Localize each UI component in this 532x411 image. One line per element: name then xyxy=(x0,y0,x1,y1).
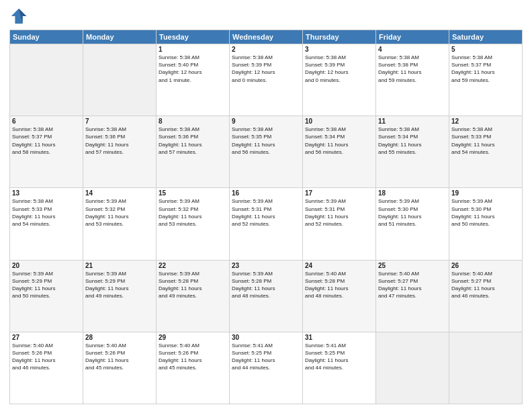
day-number: 6 xyxy=(12,118,81,125)
column-header-sunday: Sunday xyxy=(10,30,83,44)
day-info: Sunrise: 5:38 AM Sunset: 5:34 PM Dayligh… xyxy=(378,126,447,156)
calendar-cell: 19Sunrise: 5:39 AM Sunset: 5:30 PM Dayli… xyxy=(449,188,523,260)
calendar-cell xyxy=(376,332,449,404)
calendar-cell xyxy=(449,332,523,404)
day-number: 18 xyxy=(378,189,447,197)
calendar-week-row: 1Sunrise: 5:38 AM Sunset: 5:40 PM Daylig… xyxy=(10,44,523,116)
calendar-cell: 25Sunrise: 5:40 AM Sunset: 5:27 PM Dayli… xyxy=(376,260,449,332)
day-number: 11 xyxy=(378,118,447,125)
calendar-cell: 27Sunrise: 5:40 AM Sunset: 5:26 PM Dayli… xyxy=(10,332,83,404)
day-number: 17 xyxy=(305,189,373,197)
day-info: Sunrise: 5:41 AM Sunset: 5:25 PM Dayligh… xyxy=(305,342,373,372)
calendar-week-row: 13Sunrise: 5:38 AM Sunset: 5:33 PM Dayli… xyxy=(10,188,523,260)
day-info: Sunrise: 5:38 AM Sunset: 5:37 PM Dayligh… xyxy=(12,126,81,156)
day-number: 31 xyxy=(305,334,373,341)
day-info: Sunrise: 5:39 AM Sunset: 5:31 PM Dayligh… xyxy=(232,197,300,228)
day-number: 24 xyxy=(305,262,373,269)
day-info: Sunrise: 5:38 AM Sunset: 5:35 PM Dayligh… xyxy=(232,126,300,156)
calendar-cell: 2Sunrise: 5:38 AM Sunset: 5:39 PM Daylig… xyxy=(230,44,303,116)
calendar-cell: 10Sunrise: 5:38 AM Sunset: 5:34 PM Dayli… xyxy=(303,116,376,188)
day-info: Sunrise: 5:39 AM Sunset: 5:29 PM Dayligh… xyxy=(85,270,154,300)
calendar-week-row: 27Sunrise: 5:40 AM Sunset: 5:26 PM Dayli… xyxy=(10,332,523,404)
day-number: 30 xyxy=(232,334,300,341)
column-header-friday: Friday xyxy=(376,30,449,44)
day-number: 14 xyxy=(85,189,154,197)
day-info: Sunrise: 5:38 AM Sunset: 5:39 PM Dayligh… xyxy=(232,54,300,84)
calendar-cell: 24Sunrise: 5:40 AM Sunset: 5:28 PM Dayli… xyxy=(303,260,376,332)
calendar-cell: 8Sunrise: 5:38 AM Sunset: 5:36 PM Daylig… xyxy=(157,116,230,188)
column-header-tuesday: Tuesday xyxy=(157,30,230,44)
day-number: 22 xyxy=(159,262,227,269)
column-header-monday: Monday xyxy=(83,30,157,44)
calendar-cell: 29Sunrise: 5:40 AM Sunset: 5:26 PM Dayli… xyxy=(157,332,230,404)
page: SundayMondayTuesdayWednesdayThursdayFrid… xyxy=(0,0,532,411)
day-info: Sunrise: 5:38 AM Sunset: 5:36 PM Dayligh… xyxy=(159,126,227,156)
column-header-thursday: Thursday xyxy=(303,30,376,44)
day-info: Sunrise: 5:40 AM Sunset: 5:26 PM Dayligh… xyxy=(159,342,227,372)
day-info: Sunrise: 5:39 AM Sunset: 5:30 PM Dayligh… xyxy=(451,197,520,228)
day-info: Sunrise: 5:40 AM Sunset: 5:27 PM Dayligh… xyxy=(451,270,520,300)
day-info: Sunrise: 5:39 AM Sunset: 5:28 PM Dayligh… xyxy=(232,270,300,300)
day-number: 9 xyxy=(232,118,300,125)
day-number: 27 xyxy=(12,334,81,341)
calendar-cell: 21Sunrise: 5:39 AM Sunset: 5:29 PM Dayli… xyxy=(83,260,157,332)
calendar-cell: 20Sunrise: 5:39 AM Sunset: 5:29 PM Dayli… xyxy=(10,260,83,332)
calendar-cell: 23Sunrise: 5:39 AM Sunset: 5:28 PM Dayli… xyxy=(230,260,303,332)
column-header-saturday: Saturday xyxy=(449,30,523,44)
calendar-cell: 26Sunrise: 5:40 AM Sunset: 5:27 PM Dayli… xyxy=(449,260,523,332)
calendar-cell: 11Sunrise: 5:38 AM Sunset: 5:34 PM Dayli… xyxy=(376,116,449,188)
day-number: 13 xyxy=(12,189,81,197)
day-number: 20 xyxy=(12,262,81,269)
day-info: Sunrise: 5:40 AM Sunset: 5:28 PM Dayligh… xyxy=(305,270,373,300)
day-number: 8 xyxy=(159,118,227,125)
calendar-cell: 13Sunrise: 5:38 AM Sunset: 5:33 PM Dayli… xyxy=(10,188,83,260)
calendar-cell: 5Sunrise: 5:38 AM Sunset: 5:37 PM Daylig… xyxy=(449,44,523,116)
logo-icon xyxy=(9,7,28,26)
day-info: Sunrise: 5:39 AM Sunset: 5:31 PM Dayligh… xyxy=(305,197,373,228)
day-info: Sunrise: 5:38 AM Sunset: 5:39 PM Dayligh… xyxy=(305,54,373,84)
day-info: Sunrise: 5:39 AM Sunset: 5:29 PM Dayligh… xyxy=(12,270,81,300)
day-number: 23 xyxy=(232,262,300,269)
calendar-cell: 4Sunrise: 5:38 AM Sunset: 5:38 PM Daylig… xyxy=(376,44,449,116)
day-info: Sunrise: 5:38 AM Sunset: 5:38 PM Dayligh… xyxy=(378,54,447,84)
day-number: 28 xyxy=(85,334,154,341)
day-number: 4 xyxy=(378,46,447,53)
day-info: Sunrise: 5:38 AM Sunset: 5:34 PM Dayligh… xyxy=(305,126,373,156)
day-number: 16 xyxy=(232,189,300,197)
calendar-header-row: SundayMondayTuesdayWednesdayThursdayFrid… xyxy=(10,30,523,44)
day-number: 3 xyxy=(305,46,373,53)
calendar-cell: 12Sunrise: 5:38 AM Sunset: 5:33 PM Dayli… xyxy=(449,116,523,188)
day-number: 19 xyxy=(451,189,520,197)
calendar-cell: 28Sunrise: 5:40 AM Sunset: 5:26 PM Dayli… xyxy=(83,332,157,404)
day-info: Sunrise: 5:38 AM Sunset: 5:33 PM Dayligh… xyxy=(12,197,81,228)
calendar-cell: 3Sunrise: 5:38 AM Sunset: 5:39 PM Daylig… xyxy=(303,44,376,116)
calendar-table: SundayMondayTuesdayWednesdayThursdayFrid… xyxy=(9,30,523,404)
calendar-cell: 16Sunrise: 5:39 AM Sunset: 5:31 PM Dayli… xyxy=(230,188,303,260)
calendar-cell xyxy=(10,44,83,116)
day-info: Sunrise: 5:38 AM Sunset: 5:33 PM Dayligh… xyxy=(451,126,520,156)
day-info: Sunrise: 5:40 AM Sunset: 5:26 PM Dayligh… xyxy=(12,342,81,372)
day-number: 29 xyxy=(159,334,227,341)
day-info: Sunrise: 5:40 AM Sunset: 5:27 PM Dayligh… xyxy=(378,270,447,300)
column-header-wednesday: Wednesday xyxy=(230,30,303,44)
day-number: 7 xyxy=(85,118,154,125)
calendar-week-row: 20Sunrise: 5:39 AM Sunset: 5:29 PM Dayli… xyxy=(10,260,523,332)
calendar-cell: 15Sunrise: 5:39 AM Sunset: 5:32 PM Dayli… xyxy=(157,188,230,260)
day-info: Sunrise: 5:38 AM Sunset: 5:36 PM Dayligh… xyxy=(85,126,154,156)
calendar-cell: 30Sunrise: 5:41 AM Sunset: 5:25 PM Dayli… xyxy=(230,332,303,404)
calendar-week-row: 6Sunrise: 5:38 AM Sunset: 5:37 PM Daylig… xyxy=(10,116,523,188)
day-info: Sunrise: 5:38 AM Sunset: 5:37 PM Dayligh… xyxy=(451,54,520,84)
day-info: Sunrise: 5:39 AM Sunset: 5:32 PM Dayligh… xyxy=(159,197,227,228)
calendar-cell: 6Sunrise: 5:38 AM Sunset: 5:37 PM Daylig… xyxy=(10,116,83,188)
day-number: 12 xyxy=(451,118,520,125)
calendar-cell xyxy=(83,44,157,116)
calendar-cell: 18Sunrise: 5:39 AM Sunset: 5:30 PM Dayli… xyxy=(376,188,449,260)
logo xyxy=(9,7,31,26)
header xyxy=(9,7,523,26)
day-info: Sunrise: 5:38 AM Sunset: 5:40 PM Dayligh… xyxy=(159,54,227,84)
day-info: Sunrise: 5:41 AM Sunset: 5:25 PM Dayligh… xyxy=(232,342,300,372)
day-info: Sunrise: 5:39 AM Sunset: 5:30 PM Dayligh… xyxy=(378,197,447,228)
day-number: 5 xyxy=(451,46,520,53)
day-number: 2 xyxy=(232,46,300,53)
calendar-cell: 7Sunrise: 5:38 AM Sunset: 5:36 PM Daylig… xyxy=(83,116,157,188)
